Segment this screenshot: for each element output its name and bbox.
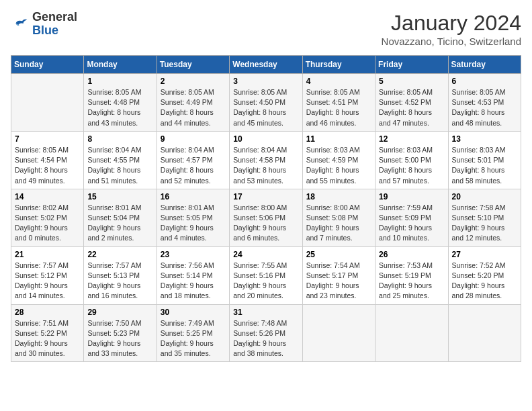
day-number: 4 <box>306 77 371 86</box>
page-header: General Blue January 2024 Novazzano, Tic… <box>11 11 521 47</box>
day-info: Sunrise: 8:03 AM Sunset: 5:00 PM Dayligh… <box>379 145 444 186</box>
day-header-friday: Friday <box>375 56 448 74</box>
day-number: 6 <box>452 77 517 86</box>
day-number: 3 <box>233 77 298 86</box>
day-number: 22 <box>87 250 152 259</box>
day-info: Sunrise: 7:53 AM Sunset: 5:19 PM Dayligh… <box>379 261 444 302</box>
calendar-cell: 23Sunrise: 7:56 AM Sunset: 5:14 PM Dayli… <box>157 246 229 304</box>
day-info: Sunrise: 7:54 AM Sunset: 5:17 PM Dayligh… <box>306 261 371 302</box>
day-info: Sunrise: 8:01 AM Sunset: 5:05 PM Dayligh… <box>161 203 226 244</box>
day-number: 16 <box>161 192 226 201</box>
calendar-cell: 10Sunrise: 8:04 AM Sunset: 4:58 PM Dayli… <box>230 131 302 189</box>
day-info: Sunrise: 8:00 AM Sunset: 5:08 PM Dayligh… <box>306 203 371 244</box>
calendar-cell: 11Sunrise: 8:03 AM Sunset: 4:59 PM Dayli… <box>302 131 375 189</box>
day-header-thursday: Thursday <box>302 56 375 74</box>
day-info: Sunrise: 7:59 AM Sunset: 5:09 PM Dayligh… <box>379 203 444 244</box>
day-number: 21 <box>15 250 80 259</box>
calendar-cell: 21Sunrise: 7:57 AM Sunset: 5:12 PM Dayli… <box>11 246 84 304</box>
day-info: Sunrise: 8:05 AM Sunset: 4:49 PM Dayligh… <box>161 87 226 128</box>
day-number: 14 <box>15 192 80 201</box>
day-info: Sunrise: 7:58 AM Sunset: 5:10 PM Dayligh… <box>452 203 517 244</box>
calendar-cell: 31Sunrise: 7:48 AM Sunset: 5:26 PM Dayli… <box>230 304 302 362</box>
day-number: 7 <box>15 134 80 144</box>
day-number: 17 <box>233 192 298 201</box>
day-info: Sunrise: 8:05 AM Sunset: 4:48 PM Dayligh… <box>87 87 152 128</box>
calendar-cell <box>11 74 84 132</box>
day-info: Sunrise: 8:01 AM Sunset: 5:04 PM Dayligh… <box>87 203 152 244</box>
calendar-cell: 12Sunrise: 8:03 AM Sunset: 5:00 PM Dayli… <box>375 131 448 189</box>
day-info: Sunrise: 8:03 AM Sunset: 4:59 PM Dayligh… <box>306 145 371 186</box>
location: Novazzano, Ticino, Switzerland <box>382 36 521 47</box>
calendar-cell: 16Sunrise: 8:01 AM Sunset: 5:05 PM Dayli… <box>157 189 229 246</box>
day-info: Sunrise: 8:05 AM Sunset: 4:54 PM Dayligh… <box>15 145 80 186</box>
logo-icon <box>11 15 30 34</box>
day-number: 10 <box>233 134 298 144</box>
logo-blue: Blue <box>32 24 77 38</box>
calendar-cell: 7Sunrise: 8:05 AM Sunset: 4:54 PM Daylig… <box>11 131 84 189</box>
day-info: Sunrise: 8:02 AM Sunset: 5:02 PM Dayligh… <box>15 203 80 244</box>
day-number: 27 <box>452 250 517 259</box>
day-info: Sunrise: 7:50 AM Sunset: 5:23 PM Dayligh… <box>87 318 152 359</box>
day-header-monday: Monday <box>84 56 157 74</box>
day-number: 23 <box>161 250 226 259</box>
calendar-cell: 30Sunrise: 7:49 AM Sunset: 5:25 PM Dayli… <box>157 304 229 362</box>
day-info: Sunrise: 7:57 AM Sunset: 5:13 PM Dayligh… <box>87 261 152 302</box>
day-info: Sunrise: 8:04 AM Sunset: 4:58 PM Dayligh… <box>233 145 298 186</box>
calendar-cell: 17Sunrise: 8:00 AM Sunset: 5:06 PM Dayli… <box>230 189 302 246</box>
calendar-cell: 2Sunrise: 8:05 AM Sunset: 4:49 PM Daylig… <box>157 74 229 132</box>
calendar-cell: 29Sunrise: 7:50 AM Sunset: 5:23 PM Dayli… <box>84 304 157 362</box>
calendar-cell: 19Sunrise: 7:59 AM Sunset: 5:09 PM Dayli… <box>375 189 448 246</box>
calendar-cell: 14Sunrise: 8:02 AM Sunset: 5:02 PM Dayli… <box>11 189 84 246</box>
title-block: January 2024 Novazzano, Ticino, Switzerl… <box>382 11 521 47</box>
calendar-week-row: 1Sunrise: 8:05 AM Sunset: 4:48 PM Daylig… <box>11 74 521 132</box>
day-header-saturday: Saturday <box>448 56 521 74</box>
day-header-sunday: Sunday <box>11 56 84 74</box>
day-info: Sunrise: 8:05 AM Sunset: 4:50 PM Dayligh… <box>233 87 298 128</box>
day-number: 20 <box>452 192 517 201</box>
day-header-tuesday: Tuesday <box>157 56 229 74</box>
day-number: 1 <box>87 77 152 86</box>
calendar-week-row: 21Sunrise: 7:57 AM Sunset: 5:12 PM Dayli… <box>11 246 521 304</box>
calendar-cell: 22Sunrise: 7:57 AM Sunset: 5:13 PM Dayli… <box>84 246 157 304</box>
day-number: 25 <box>306 250 371 259</box>
calendar-cell: 4Sunrise: 8:05 AM Sunset: 4:51 PM Daylig… <box>302 74 375 132</box>
day-info: Sunrise: 7:56 AM Sunset: 5:14 PM Dayligh… <box>161 261 226 302</box>
day-info: Sunrise: 8:00 AM Sunset: 5:06 PM Dayligh… <box>233 203 298 244</box>
month-title: January 2024 <box>382 11 521 36</box>
day-number: 8 <box>87 134 152 144</box>
day-info: Sunrise: 8:05 AM Sunset: 4:53 PM Dayligh… <box>452 87 517 128</box>
calendar-cell: 1Sunrise: 8:05 AM Sunset: 4:48 PM Daylig… <box>84 74 157 132</box>
day-number: 9 <box>161 134 226 144</box>
calendar-week-row: 14Sunrise: 8:02 AM Sunset: 5:02 PM Dayli… <box>11 189 521 246</box>
day-info: Sunrise: 8:03 AM Sunset: 5:01 PM Dayligh… <box>452 145 517 186</box>
logo-text: General Blue <box>32 11 77 38</box>
calendar-cell: 25Sunrise: 7:54 AM Sunset: 5:17 PM Dayli… <box>302 246 375 304</box>
day-number: 30 <box>161 308 226 317</box>
calendar-cell <box>375 304 448 362</box>
day-number: 15 <box>87 192 152 201</box>
day-info: Sunrise: 8:05 AM Sunset: 4:51 PM Dayligh… <box>306 87 371 128</box>
day-info: Sunrise: 7:52 AM Sunset: 5:20 PM Dayligh… <box>452 261 517 302</box>
calendar-header-row: SundayMondayTuesdayWednesdayThursdayFrid… <box>11 56 521 74</box>
day-info: Sunrise: 7:49 AM Sunset: 5:25 PM Dayligh… <box>161 318 226 359</box>
calendar-cell: 15Sunrise: 8:01 AM Sunset: 5:04 PM Dayli… <box>84 189 157 246</box>
day-number: 29 <box>87 308 152 317</box>
day-header-wednesday: Wednesday <box>230 56 302 74</box>
day-number: 18 <box>306 192 371 201</box>
calendar-cell: 20Sunrise: 7:58 AM Sunset: 5:10 PM Dayli… <box>448 189 521 246</box>
calendar-cell: 9Sunrise: 8:04 AM Sunset: 4:57 PM Daylig… <box>157 131 229 189</box>
calendar-cell: 13Sunrise: 8:03 AM Sunset: 5:01 PM Dayli… <box>448 131 521 189</box>
day-number: 28 <box>15 308 80 317</box>
logo-general: General <box>32 11 77 24</box>
day-number: 13 <box>452 134 517 144</box>
calendar-week-row: 7Sunrise: 8:05 AM Sunset: 4:54 PM Daylig… <box>11 131 521 189</box>
calendar-table: SundayMondayTuesdayWednesdayThursdayFrid… <box>11 55 521 362</box>
calendar-cell: 28Sunrise: 7:51 AM Sunset: 5:22 PM Dayli… <box>11 304 84 362</box>
day-number: 31 <box>233 308 298 317</box>
calendar-cell: 8Sunrise: 8:04 AM Sunset: 4:55 PM Daylig… <box>84 131 157 189</box>
calendar-cell: 3Sunrise: 8:05 AM Sunset: 4:50 PM Daylig… <box>230 74 302 132</box>
calendar-cell: 27Sunrise: 7:52 AM Sunset: 5:20 PM Dayli… <box>448 246 521 304</box>
day-number: 26 <box>379 250 444 259</box>
day-info: Sunrise: 8:04 AM Sunset: 4:57 PM Dayligh… <box>161 145 226 186</box>
day-info: Sunrise: 7:57 AM Sunset: 5:12 PM Dayligh… <box>15 261 80 302</box>
